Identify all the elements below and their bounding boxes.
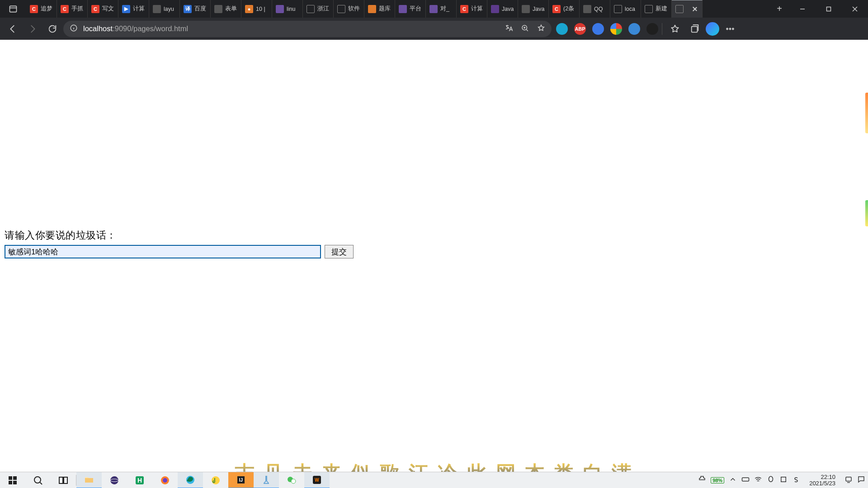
- extension-icon[interactable]: ABP: [574, 23, 586, 35]
- browser-tab[interactable]: C 手抓: [57, 0, 88, 18]
- browser-tab[interactable]: Java: [518, 0, 549, 18]
- browser-tab[interactable]: 对_: [426, 0, 457, 18]
- extension-icon[interactable]: [610, 23, 622, 35]
- browser-tab[interactable]: linu: [272, 0, 303, 18]
- wifi-icon[interactable]: [754, 475, 762, 485]
- taskbar-app-wps[interactable]: W: [304, 472, 330, 488]
- power-icon[interactable]: [698, 475, 706, 485]
- action-center-icon[interactable]: [857, 475, 865, 485]
- tab-label: linu: [287, 6, 299, 12]
- extension-icon[interactable]: [628, 23, 640, 35]
- trash-talk-input[interactable]: [5, 245, 321, 258]
- svg-text:W: W: [315, 478, 319, 483]
- tab-favicon: [645, 5, 653, 13]
- browser-tab[interactable]: 浙江: [303, 0, 334, 18]
- taskbar-app-paint[interactable]: [254, 472, 279, 488]
- zoom-icon[interactable]: [521, 24, 529, 34]
- battery-indicator[interactable]: 98%: [711, 477, 724, 483]
- svg-rect-28: [846, 477, 851, 481]
- start-button[interactable]: [0, 472, 25, 488]
- close-window-button[interactable]: [842, 0, 868, 18]
- submit-button[interactable]: 提交: [325, 245, 354, 258]
- address-bar[interactable]: localhost:9090/pages/word.html: [63, 21, 552, 37]
- browser-tab-active[interactable]: [672, 0, 703, 18]
- favorite-icon[interactable]: [537, 24, 545, 34]
- taskbar-app-edge[interactable]: [178, 472, 203, 488]
- svg-rect-27: [781, 477, 786, 482]
- taskbar-app-music[interactable]: [203, 472, 228, 488]
- browser-tab[interactable]: 新建: [641, 0, 672, 18]
- browser-tab[interactable]: 表单: [211, 0, 241, 18]
- taskbar-app-firefox[interactable]: [152, 472, 178, 488]
- tab-favicon: [214, 5, 222, 13]
- svg-rect-4: [692, 26, 698, 32]
- clock-time: 22:10: [809, 474, 835, 480]
- favorites-button[interactable]: [666, 20, 684, 38]
- qq-tray-icon[interactable]: [767, 475, 775, 485]
- browser-tab[interactable]: Java: [487, 0, 518, 18]
- keyboard-icon[interactable]: [741, 475, 750, 485]
- tab-favicon: [429, 5, 438, 13]
- browser-tab[interactable]: C 计算: [457, 0, 487, 18]
- tab-label: 百度: [194, 5, 207, 13]
- svg-point-8: [34, 477, 41, 483]
- task-view-button[interactable]: [51, 472, 76, 488]
- svg-point-16: [163, 478, 167, 483]
- browser-tab[interactable]: layu: [149, 0, 180, 18]
- taskbar-app-eclipse[interactable]: [102, 472, 127, 488]
- browser-tab[interactable]: 题库: [364, 0, 395, 18]
- taskbar-app-explorer[interactable]: [76, 472, 102, 488]
- minimize-button[interactable]: [789, 0, 816, 18]
- tab-favicon: [307, 5, 315, 13]
- taskbar-app-wechat[interactable]: [279, 472, 304, 488]
- new-tab-button[interactable]: +: [769, 0, 789, 18]
- taskbar-clock[interactable]: 22:10 2021/5/23: [805, 474, 840, 486]
- browser-tab[interactable]: C 追梦: [26, 0, 57, 18]
- bottom-banner-text: 志 见 未 来 似 歌 江 冷 此 网 本 类 白 满: [0, 460, 868, 472]
- back-button[interactable]: [4, 20, 22, 38]
- tab-favicon: [675, 5, 684, 13]
- tab-favicon: C: [91, 5, 99, 13]
- tab-favicon: [583, 5, 591, 13]
- browser-tab[interactable]: QQ: [580, 0, 610, 18]
- extensions-row: ABP: [556, 23, 658, 35]
- clock-date: 2021/5/23: [809, 480, 835, 487]
- close-tab-icon[interactable]: [691, 5, 698, 13]
- scroll-cue-icon: [865, 93, 868, 133]
- taskbar-app-intellij[interactable]: IJ: [228, 472, 254, 488]
- search-button[interactable]: [25, 472, 51, 488]
- browser-tab[interactable]: ▶ 计算: [118, 0, 149, 18]
- collections-button[interactable]: [686, 20, 704, 38]
- maximize-button[interactable]: [816, 0, 842, 18]
- tab-label: layu: [164, 6, 176, 12]
- url-text: localhost:9090/pages/word.html: [83, 24, 499, 33]
- chevron-up-icon[interactable]: [729, 475, 737, 485]
- site-info-icon[interactable]: [70, 24, 78, 34]
- browser-tab[interactable]: C 写文: [88, 0, 118, 18]
- tab-actions-button[interactable]: [0, 0, 26, 18]
- tab-label: 计算: [133, 5, 145, 13]
- tray-icon[interactable]: [779, 475, 788, 485]
- svg-point-7: [732, 28, 734, 29]
- extension-icon[interactable]: [592, 23, 604, 35]
- svg-point-18: [212, 476, 220, 484]
- browser-tab[interactable]: ● 10 |: [241, 0, 272, 18]
- sogou-tray-icon[interactable]: [792, 475, 800, 485]
- extension-icon[interactable]: [646, 23, 658, 35]
- svg-text:IJ: IJ: [239, 478, 243, 483]
- browser-tab[interactable]: C (2条: [549, 0, 580, 18]
- taskbar-app-hbuilder[interactable]: H: [127, 472, 152, 488]
- profile-avatar[interactable]: [706, 22, 719, 36]
- browser-tab[interactable]: loca: [610, 0, 641, 18]
- reload-button[interactable]: [43, 20, 61, 38]
- browser-tab[interactable]: 译 百度: [180, 0, 211, 18]
- forward-button[interactable]: [24, 20, 42, 38]
- svg-rect-1: [827, 7, 831, 11]
- browser-tab[interactable]: 软件: [334, 0, 364, 18]
- tab-favicon: [491, 5, 499, 13]
- more-menu-button[interactable]: [721, 20, 739, 38]
- notifications-icon[interactable]: [844, 475, 853, 485]
- browser-tab[interactable]: 平台: [395, 0, 426, 18]
- translate-icon[interactable]: [505, 24, 513, 34]
- extension-icon[interactable]: [556, 23, 568, 35]
